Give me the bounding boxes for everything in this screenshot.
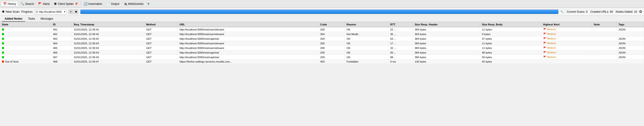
cell-reason: OK bbox=[344, 37, 388, 41]
subtabs: Added Nodes Tasks Messages bbox=[0, 16, 644, 22]
cell-id: 463 bbox=[51, 37, 72, 41]
cell-code: 200 bbox=[318, 27, 344, 32]
col-id: ID bbox=[51, 22, 72, 27]
col-timestamp: Req. Timestamp bbox=[72, 22, 144, 27]
new-scan-label: New Scan bbox=[6, 10, 19, 13]
add-tab-button[interactable]: + bbox=[146, 2, 151, 6]
col-rtt: RTT bbox=[388, 22, 412, 27]
cell-timestamp: 31/01/2025, 12:39:43 bbox=[72, 41, 144, 46]
pause-button[interactable]: ⏸ bbox=[68, 10, 73, 14]
cell-alert: 🚩 Medium bbox=[541, 50, 592, 55]
subtab-messages-label: Messages bbox=[40, 17, 53, 20]
cell-reason: OK bbox=[344, 27, 388, 32]
state-label: Out of Host bbox=[5, 60, 18, 63]
new-scan-button[interactable]: 🕷 New Scan bbox=[2, 10, 19, 13]
tab-search[interactable]: 🔍 Search bbox=[19, 2, 36, 6]
cell-rtt: 22 ... bbox=[388, 27, 412, 32]
tab-alerts[interactable]: 🚩 Alerts bbox=[36, 2, 52, 6]
cell-id: 468 bbox=[51, 60, 72, 64]
subtab-added-nodes[interactable]: Added Nodes bbox=[2, 16, 25, 22]
cell-tags bbox=[616, 60, 644, 64]
cell-size_body: 0 bytes bbox=[480, 32, 541, 37]
cell-code: 304 bbox=[318, 32, 344, 37]
cell-size_body: 48 bytes bbox=[480, 50, 541, 55]
cell-size_body: 11 bytes bbox=[480, 41, 541, 46]
table-row[interactable]: 46631/01/2025, 12:39:43GEThttp://localho… bbox=[0, 50, 644, 55]
cell-state bbox=[0, 55, 51, 60]
cell-state bbox=[0, 41, 51, 46]
tab-client-spider-label: Client Spider bbox=[58, 2, 74, 6]
cell-note bbox=[592, 37, 616, 41]
output-icon: 📄 bbox=[106, 2, 110, 6]
col-state: State bbox=[0, 22, 51, 27]
state-dot bbox=[2, 42, 4, 45]
stop-button[interactable]: ⏹ bbox=[74, 10, 78, 14]
tool-icon: 🔧 bbox=[560, 10, 564, 13]
cell-url: http://localhost:3000/rest/user/whoami bbox=[178, 32, 318, 37]
table-row[interactable]: Out of Host46831/01/2025, 12:39:47GEThtt… bbox=[0, 60, 644, 64]
cell-url: http://localhost:3000/rest/user/whoami bbox=[178, 46, 318, 50]
cell-id: 465 bbox=[51, 46, 72, 50]
cell-size_header: 383 bytes bbox=[413, 46, 480, 50]
cell-timestamp: 31/01/2025, 12:39:47 bbox=[72, 60, 144, 64]
cell-url: http://localhost:3000/rest/captcha/ bbox=[178, 55, 318, 60]
cell-size_header: 130 bytes bbox=[413, 60, 480, 64]
cell-method: GET bbox=[144, 55, 178, 60]
tab-history-label: History bbox=[8, 2, 16, 6]
cell-note bbox=[592, 55, 616, 60]
cell-method: GET bbox=[144, 27, 178, 32]
cell-state bbox=[0, 27, 51, 32]
subtab-tasks[interactable]: Tasks bbox=[25, 16, 38, 22]
scan-controls: ⏸ ⏹ bbox=[68, 10, 78, 14]
col-method: Method bbox=[144, 22, 178, 27]
cell-method: GET bbox=[144, 37, 178, 41]
tab-client-spider[interactable]: 🕷 Client Spider 📌 bbox=[52, 2, 80, 6]
table-header-row: State ID Req. Timestamp Method URL Code … bbox=[0, 22, 644, 27]
table-row[interactable]: 46731/01/2025, 12:39:43GEThttp://localho… bbox=[0, 55, 644, 60]
scan-info: 🔧 Current Scans: 0 Crawled URLs: 94 Node… bbox=[560, 10, 637, 13]
subtab-added-nodes-label: Added Nodes bbox=[4, 17, 22, 20]
settings-button[interactable]: ⚙ bbox=[639, 10, 642, 14]
search-icon: 🔍 bbox=[20, 2, 24, 6]
cell-rtt: 88 ... bbox=[388, 55, 412, 60]
cell-code: 200 bbox=[318, 37, 344, 41]
current-scans-item: Current Scans: 0 bbox=[566, 10, 588, 13]
table-row[interactable]: 46531/01/2025, 12:39:43GEThttp://localho… bbox=[0, 46, 644, 50]
cell-method: GET bbox=[144, 32, 178, 37]
progress-url-select[interactable]: 0: http://localhost:3000 bbox=[35, 9, 66, 14]
cell-alert: 🚩 Medium bbox=[541, 55, 592, 60]
cell-tags: JSON bbox=[616, 50, 644, 55]
history-icon: 📅 bbox=[3, 2, 7, 6]
cell-method: GET bbox=[144, 46, 178, 50]
cell-code: 403 bbox=[318, 60, 344, 64]
cell-tags: JSON bbox=[616, 55, 644, 60]
cell-note bbox=[592, 32, 616, 37]
tab-history[interactable]: 📅 History bbox=[1, 1, 18, 7]
automation-icon: 🔄 bbox=[84, 2, 87, 6]
cell-size_body: 50 bytes bbox=[480, 55, 541, 60]
table-row[interactable]: 46231/01/2025, 12:39:42GEThttp://localho… bbox=[0, 32, 644, 37]
tab-websockets-label: WebSockets bbox=[128, 2, 144, 6]
cell-timestamp: 31/01/2025, 12:39:43 bbox=[72, 46, 144, 50]
cell-size_body: 11 bytes bbox=[480, 46, 541, 50]
alert-badge: 🚩 Medium bbox=[543, 42, 556, 45]
cell-state bbox=[0, 46, 51, 50]
table-row[interactable]: 46131/01/2025, 12:39:42GEThttp://localho… bbox=[0, 27, 644, 32]
cell-state bbox=[0, 50, 51, 55]
tab-automation[interactable]: 🔄 Automation bbox=[82, 2, 104, 6]
tab-search-label: Search bbox=[25, 2, 34, 6]
cell-tags: JSON bbox=[616, 27, 644, 32]
state-dot bbox=[2, 47, 4, 49]
tab-output[interactable]: 📄 Output bbox=[104, 2, 121, 6]
progress-bar: 100% bbox=[80, 10, 559, 14]
progress-label: Progress: bbox=[21, 10, 33, 13]
cell-url: https://firefox.settings.services.mozill… bbox=[178, 60, 318, 64]
cell-timestamp: 31/01/2025, 12:39:42 bbox=[72, 32, 144, 37]
cell-id: 464 bbox=[51, 41, 72, 46]
cell-id: 467 bbox=[51, 55, 72, 60]
col-code: Code bbox=[318, 22, 344, 27]
subtab-messages[interactable]: Messages bbox=[38, 16, 56, 22]
tab-websockets[interactable]: 🔌 WebSockets bbox=[122, 2, 146, 6]
table-row[interactable]: 46331/01/2025, 12:39:42GEThttp://localho… bbox=[0, 37, 644, 41]
table-row[interactable]: 46431/01/2025, 12:39:43GEThttp://localho… bbox=[0, 41, 644, 46]
